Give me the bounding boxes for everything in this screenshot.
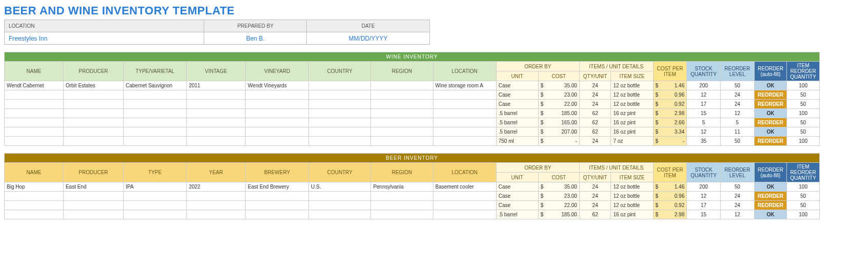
beer-cell-year[interactable] xyxy=(187,192,246,201)
wine-cell-country[interactable] xyxy=(309,118,371,127)
beer-cell-country[interactable]: U.S. xyxy=(309,182,371,192)
beer-cell-stock[interactable]: 17 xyxy=(687,201,721,210)
beer-cell-qty[interactable]: 24 xyxy=(579,192,611,201)
wine-cell-country[interactable] xyxy=(309,90,371,100)
beer-cell-region[interactable] xyxy=(371,192,433,201)
wine-cell-vintage[interactable] xyxy=(187,109,246,118)
wine-cell-irq[interactable]: 50 xyxy=(787,90,820,100)
beer-cell-location[interactable]: Basement cooler xyxy=(433,182,496,192)
beer-cell-cost[interactable]: $22.00 xyxy=(538,201,579,210)
beer-cell-type[interactable] xyxy=(123,192,186,201)
beer-cell-region[interactable] xyxy=(371,210,433,219)
wine-cell-stock[interactable]: 12 xyxy=(687,90,721,100)
beer-cell-country[interactable] xyxy=(309,192,371,201)
wine-cell-size[interactable]: 7 oz xyxy=(611,137,653,146)
beer-cell-rlevel[interactable]: 24 xyxy=(720,201,754,210)
beer-cell-stock[interactable]: 200 xyxy=(687,182,721,192)
wine-cell-location[interactable] xyxy=(433,127,496,137)
wine-cell-name[interactable] xyxy=(5,118,64,127)
wine-cell-qty[interactable]: 24 xyxy=(579,81,611,90)
wine-cell-cost[interactable]: $35.00 xyxy=(538,81,579,90)
beer-cell-unit[interactable]: Case xyxy=(496,192,538,201)
wine-cell-size[interactable]: 12 oz bottle xyxy=(611,100,653,109)
wine-cell-irq[interactable]: 50 xyxy=(787,100,820,109)
wine-cell-unit[interactable]: .5 barrel xyxy=(496,127,538,137)
wine-cell-unit[interactable]: Case xyxy=(496,81,538,90)
wine-cell-size[interactable]: 16 oz pint xyxy=(611,109,653,118)
wine-cell-region[interactable] xyxy=(371,81,433,90)
wine-cell-type[interactable]: Cabernet Sauvignon xyxy=(123,81,186,90)
wine-cell-region[interactable] xyxy=(371,118,433,127)
wine-cell-vintage[interactable] xyxy=(187,127,246,137)
wine-cell-type[interactable] xyxy=(123,137,186,146)
wine-cell-vineyard[interactable] xyxy=(246,100,309,109)
wine-cell-country[interactable] xyxy=(309,137,371,146)
wine-cell-size[interactable]: 12 oz bottle xyxy=(611,81,653,90)
wine-cell-type[interactable] xyxy=(123,118,186,127)
wine-cell-name[interactable]: Wendt Cabernet xyxy=(5,81,64,90)
beer-cell-year[interactable]: 2022 xyxy=(187,182,246,192)
wine-cell-vineyard[interactable] xyxy=(246,118,309,127)
wine-cell-rlevel[interactable]: 12 xyxy=(720,109,754,118)
wine-cell-producer[interactable] xyxy=(63,90,123,100)
beer-cell-location[interactable] xyxy=(433,192,496,201)
wine-cell-region[interactable] xyxy=(371,137,433,146)
beer-cell-rlevel[interactable]: 24 xyxy=(720,192,754,201)
wine-cell-type[interactable] xyxy=(123,100,186,109)
wine-cell-rlevel[interactable]: 50 xyxy=(720,81,754,90)
beer-cell-unit[interactable]: .5 barrel xyxy=(496,210,538,219)
beer-cell-type[interactable] xyxy=(123,201,186,210)
beer-cell-stock[interactable]: 12 xyxy=(687,192,721,201)
wine-cell-type[interactable] xyxy=(123,127,186,137)
wine-cell-producer[interactable] xyxy=(63,100,123,109)
wine-cell-stock[interactable]: 200 xyxy=(687,81,721,90)
wine-cell-producer[interactable] xyxy=(63,137,123,146)
beer-cell-rlevel[interactable]: 12 xyxy=(720,210,754,219)
beer-cell-brewery[interactable] xyxy=(246,210,309,219)
wine-cell-irq[interactable]: 50 xyxy=(787,118,820,127)
wine-cell-irq[interactable]: 50 xyxy=(787,127,820,137)
beer-cell-qty[interactable]: 62 xyxy=(579,210,611,219)
beer-cell-name[interactable] xyxy=(5,201,64,210)
wine-cell-stock[interactable]: 35 xyxy=(687,137,721,146)
beer-cell-year[interactable] xyxy=(187,201,246,210)
beer-cell-size[interactable]: 12 oz bottle xyxy=(611,182,653,192)
beer-cell-size[interactable]: 12 oz bottle xyxy=(611,201,653,210)
beer-cell-producer[interactable] xyxy=(63,201,123,210)
wine-cell-unit[interactable]: 750 ml xyxy=(496,137,538,146)
info-value-prepared-by[interactable]: Ben B. xyxy=(204,32,307,45)
beer-cell-stock[interactable]: 15 xyxy=(687,210,721,219)
wine-cell-irq[interactable]: 100 xyxy=(787,109,820,118)
beer-cell-unit[interactable]: Case xyxy=(496,182,538,192)
beer-cell-irq[interactable]: 50 xyxy=(787,192,820,201)
wine-cell-vintage[interactable] xyxy=(187,137,246,146)
wine-cell-name[interactable] xyxy=(5,100,64,109)
wine-cell-region[interactable] xyxy=(371,127,433,137)
wine-cell-irq[interactable]: 100 xyxy=(787,81,820,90)
wine-cell-irq[interactable]: 100 xyxy=(787,137,820,146)
wine-cell-vineyard[interactable]: Wendt Vineyards xyxy=(246,81,309,90)
wine-cell-name[interactable] xyxy=(5,109,64,118)
wine-cell-vineyard[interactable] xyxy=(246,90,309,100)
beer-cell-qty[interactable]: 24 xyxy=(579,182,611,192)
wine-cell-qty[interactable]: 62 xyxy=(579,127,611,137)
wine-cell-vintage[interactable]: 2011 xyxy=(187,81,246,90)
beer-cell-irq[interactable]: 100 xyxy=(787,182,820,192)
wine-cell-location[interactable] xyxy=(433,100,496,109)
wine-cell-type[interactable] xyxy=(123,109,186,118)
beer-cell-size[interactable]: 12 oz bottle xyxy=(611,192,653,201)
beer-cell-brewery[interactable] xyxy=(246,192,309,201)
beer-cell-location[interactable] xyxy=(433,210,496,219)
wine-cell-producer[interactable] xyxy=(63,127,123,137)
beer-cell-brewery[interactable]: East End Brewery xyxy=(246,182,309,192)
beer-cell-size[interactable]: 16 oz pint xyxy=(611,210,653,219)
beer-cell-name[interactable]: Big Hop xyxy=(5,182,64,192)
beer-cell-year[interactable] xyxy=(187,210,246,219)
wine-cell-cost[interactable]: $- xyxy=(538,137,579,146)
wine-cell-unit[interactable]: .5 barrel xyxy=(496,118,538,127)
wine-cell-cost[interactable]: $207.00 xyxy=(538,127,579,137)
beer-cell-qty[interactable]: 24 xyxy=(579,201,611,210)
wine-cell-qty[interactable]: 62 xyxy=(579,109,611,118)
wine-cell-unit[interactable]: Case xyxy=(496,90,538,100)
wine-cell-producer[interactable] xyxy=(63,118,123,127)
